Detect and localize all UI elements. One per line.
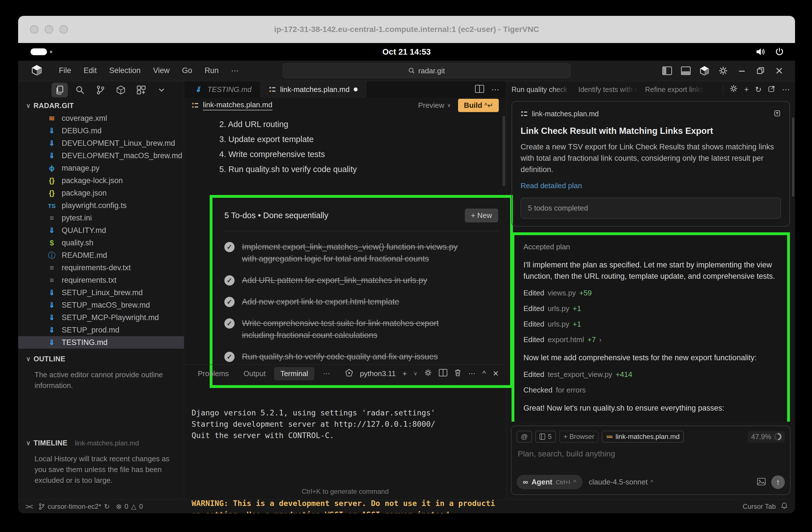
- edited-file-row[interactable]: Edited views.py +59: [523, 289, 778, 298]
- terminal-more-icon[interactable]: ⋯: [468, 369, 476, 378]
- close-window-icon[interactable]: [772, 64, 786, 77]
- edited-file-row[interactable]: Edited urls.py +1: [523, 320, 778, 329]
- todos-status-box[interactable]: 5 todos completed: [521, 198, 781, 219]
- menu-run[interactable]: Run: [198, 64, 225, 77]
- model-selector[interactable]: claude-4.5-sonnet ^: [589, 478, 653, 486]
- preview-dropdown[interactable]: Preview ∨: [418, 101, 451, 110]
- cursor-tab-toggle[interactable]: Cursor Tab: [743, 503, 776, 511]
- chat-tab[interactable]: Refine export links f: [645, 85, 705, 94]
- extensions-icon[interactable]: [113, 83, 129, 97]
- plan-file-link[interactable]: link-matches.plan.md: [203, 100, 273, 110]
- tab-link-matches-plan[interactable]: link-matches.plan.md: [260, 81, 366, 98]
- toggle-sidebar-icon[interactable]: [660, 64, 675, 77]
- remote-indicator[interactable]: ><: [26, 502, 32, 511]
- send-button[interactable]: ↑: [771, 475, 785, 489]
- file-tree-item[interactable]: DEVELOPMENT_Linux_brew.md: [18, 137, 184, 149]
- chat-settings-icon[interactable]: [729, 84, 738, 95]
- new-terminal-icon[interactable]: +: [403, 369, 407, 378]
- file-tree-item[interactable]: SETUP_MCP-Playwright.md: [18, 311, 184, 324]
- toggle-panel-icon[interactable]: [679, 64, 693, 77]
- attach-image-icon[interactable]: [757, 478, 766, 486]
- copy-plan-icon[interactable]: [773, 109, 781, 118]
- todo-item[interactable]: ✓ Run quality.sh to verify code quality …: [224, 350, 498, 362]
- chat-composer[interactable]: @ 5 + Browser ≔ link-matches.plan.md 47.…: [511, 426, 791, 495]
- minimize-window-icon[interactable]: [735, 64, 749, 77]
- todo-item[interactable]: ✓ Implement export_link_matches_view() f…: [224, 241, 498, 264]
- open-in-editor-icon[interactable]: [768, 85, 776, 95]
- new-chat-icon[interactable]: +: [744, 85, 749, 94]
- file-tree-item[interactable]: QUALITY.md: [18, 224, 184, 236]
- file-tree-item[interactable]: DEVELOPMENT_macOS_brew.md: [18, 149, 184, 162]
- file-tree-item[interactable]: requirements.txt: [18, 274, 184, 286]
- more-actions-icon[interactable]: ⋯: [491, 85, 499, 94]
- restore-window-icon[interactable]: [753, 64, 768, 77]
- edited-file-row[interactable]: Edited export.html +7 ›: [523, 335, 778, 344]
- chevron-down-icon[interactable]: ∨: [414, 370, 417, 377]
- notifications-bell-icon[interactable]: [781, 502, 788, 511]
- settings-gear-icon[interactable]: [716, 64, 730, 77]
- terminal-settings-icon[interactable]: [424, 369, 432, 379]
- layout-grid-icon[interactable]: [133, 83, 149, 97]
- menu-go[interactable]: Go: [176, 64, 198, 77]
- chat-tab[interactable]: Run quality check an: [511, 85, 571, 94]
- chevron-down-icon[interactable]: [153, 83, 170, 97]
- plan-card-file[interactable]: link-matches.plan.md: [532, 110, 599, 118]
- chat-scroll-area[interactable]: link-matches.plan.md Link Check Result w…: [506, 98, 795, 422]
- chat-history-icon[interactable]: ↻: [755, 85, 762, 94]
- chat-more-icon[interactable]: ⋯: [782, 85, 790, 94]
- edited-file-row[interactable]: Edited test_export_view.py +414: [523, 370, 778, 379]
- menu-view[interactable]: View: [147, 64, 176, 77]
- read-detailed-plan-link[interactable]: Read detailed plan: [521, 182, 781, 190]
- shell-label[interactable]: python3.11: [360, 369, 396, 378]
- chat-scrollbar[interactable]: [792, 117, 794, 197]
- file-tree-item[interactable]: coverage.xml: [18, 112, 184, 125]
- file-tree-item[interactable]: playwright.config.ts: [18, 199, 184, 212]
- tab-testing-md[interactable]: TESTING.md: [184, 81, 260, 98]
- kill-terminal-icon[interactable]: [454, 369, 462, 379]
- panel-more-icon[interactable]: ⋯: [317, 367, 336, 380]
- search-view-icon[interactable]: [72, 83, 88, 97]
- context-usage-indicator[interactable]: 47.9%: [748, 431, 785, 443]
- checked-circle-icon[interactable]: ✓: [224, 275, 234, 286]
- build-button[interactable]: Build ^↵: [458, 99, 499, 112]
- checked-circle-icon[interactable]: ✓: [224, 297, 234, 307]
- explorer-root-folder[interactable]: ∨ RADAR.GIT: [18, 99, 184, 112]
- file-tree-item[interactable]: TESTING.md: [18, 336, 184, 349]
- plan-file-chip[interactable]: ≔ link-matches.plan.md: [602, 431, 684, 443]
- command-search-input[interactable]: radar.git: [282, 63, 570, 78]
- cursor-tab-cube-icon[interactable]: [697, 64, 712, 77]
- source-control-icon[interactable]: [92, 83, 108, 97]
- todo-item[interactable]: ✓ Write comprehensive test suite for lin…: [224, 317, 498, 341]
- chat-input[interactable]: Plan, search, build anything: [518, 449, 784, 458]
- mention-chip[interactable]: @: [517, 431, 532, 443]
- timeline-section-header[interactable]: ∨ TIMELINE link-matches.plan.md: [18, 436, 184, 449]
- maximize-panel-icon[interactable]: ^: [482, 369, 486, 378]
- git-branch-indicator[interactable]: cursor-timon-ec2* ↻: [39, 503, 110, 511]
- close-panel-icon[interactable]: ✕: [493, 369, 499, 378]
- file-tree-item[interactable]: requirements-dev.txt: [18, 261, 184, 274]
- edited-file-row[interactable]: Edited urls.py +1: [523, 304, 778, 313]
- sync-icon[interactable]: ↻: [104, 503, 110, 511]
- add-browser-chip[interactable]: + Browser: [559, 431, 599, 443]
- explorer-icon[interactable]: [52, 83, 68, 97]
- file-tree-item[interactable]: SETUP_macOS_brew.md: [18, 299, 184, 311]
- checked-errors-row[interactable]: Checked for errors: [523, 386, 778, 394]
- menu-more[interactable]: ⋯: [225, 64, 245, 77]
- context-count-chip[interactable]: 5: [535, 431, 556, 443]
- file-tree-item[interactable]: README.md: [18, 249, 184, 261]
- outline-section-header[interactable]: ∨ OUTLINE: [18, 352, 184, 365]
- checked-circle-icon[interactable]: ✓: [224, 352, 234, 362]
- modified-dot-icon[interactable]: [354, 87, 358, 91]
- file-tree-item[interactable]: package.json: [18, 187, 184, 199]
- plan-document[interactable]: 2. Add URL routing3. Update export templ…: [184, 113, 506, 364]
- editor-scrollbar[interactable]: [503, 116, 505, 186]
- file-tree-item[interactable]: SETUP_prod.md: [18, 324, 184, 336]
- file-tree-item[interactable]: package-lock.json: [18, 174, 184, 187]
- checked-circle-icon[interactable]: ✓: [224, 318, 234, 329]
- file-tree-item[interactable]: SETUP_Linux_brew.md: [18, 286, 184, 299]
- menu-selection[interactable]: Selection: [103, 64, 147, 77]
- file-tree-item[interactable]: DEBUG.md: [18, 125, 184, 137]
- todo-item[interactable]: ✓ Add URL pattern for export_link_matche…: [224, 274, 498, 286]
- problems-indicator[interactable]: ⊗ 0 △ 0: [116, 503, 143, 511]
- split-editor-icon[interactable]: [475, 85, 484, 94]
